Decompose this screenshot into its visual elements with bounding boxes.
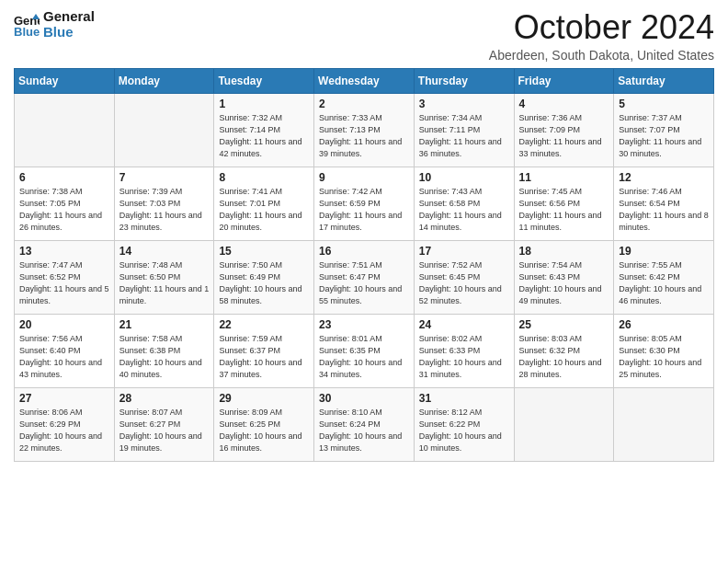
day-cell: 26Sunrise: 8:05 AM Sunset: 6:30 PM Dayli… [614,314,714,387]
logo-general: General [43,9,95,25]
day-info: Sunrise: 7:48 AM Sunset: 6:50 PM Dayligh… [119,259,210,307]
day-info: Sunrise: 7:36 AM Sunset: 7:09 PM Dayligh… [519,112,609,160]
day-cell: 20Sunrise: 7:56 AM Sunset: 6:40 PM Dayli… [15,314,115,387]
svg-text:Blue: Blue [14,25,40,38]
week-row-1: 1Sunrise: 7:32 AM Sunset: 7:14 PM Daylig… [15,93,714,167]
day-cell: 21Sunrise: 7:58 AM Sunset: 6:38 PM Dayli… [114,314,214,387]
week-row-2: 6Sunrise: 7:38 AM Sunset: 7:05 PM Daylig… [15,167,714,240]
day-number: 23 [319,318,409,331]
day-cell: 14Sunrise: 7:48 AM Sunset: 6:50 PM Dayli… [114,240,214,314]
day-info: Sunrise: 7:42 AM Sunset: 6:59 PM Dayligh… [319,186,409,234]
day-number: 25 [519,318,609,331]
day-number: 6 [19,171,109,184]
day-info: Sunrise: 7:52 AM Sunset: 6:45 PM Dayligh… [419,259,509,307]
col-header-monday: Monday [114,68,214,93]
day-info: Sunrise: 7:55 AM Sunset: 6:42 PM Dayligh… [619,259,709,307]
day-cell: 6Sunrise: 7:38 AM Sunset: 7:05 PM Daylig… [15,167,115,240]
day-cell: 16Sunrise: 7:51 AM Sunset: 6:47 PM Dayli… [314,240,415,314]
day-number: 9 [319,171,409,184]
calendar-table: SundayMondayTuesdayWednesdayThursdayFrid… [14,68,714,462]
day-cell: 29Sunrise: 8:09 AM Sunset: 6:25 PM Dayli… [214,387,314,461]
day-cell: 4Sunrise: 7:36 AM Sunset: 7:09 PM Daylig… [514,93,614,167]
day-cell: 28Sunrise: 8:07 AM Sunset: 6:27 PM Dayli… [114,387,214,461]
day-cell [114,93,214,167]
week-row-5: 27Sunrise: 8:06 AM Sunset: 6:29 PM Dayli… [15,387,714,461]
day-cell: 7Sunrise: 7:39 AM Sunset: 7:03 PM Daylig… [114,167,214,240]
day-cell: 17Sunrise: 7:52 AM Sunset: 6:45 PM Dayli… [414,240,514,314]
day-info: Sunrise: 7:34 AM Sunset: 7:11 PM Dayligh… [419,112,509,160]
day-number: 12 [619,171,709,184]
day-cell: 2Sunrise: 7:33 AM Sunset: 7:13 PM Daylig… [314,93,415,167]
day-number: 19 [619,245,709,258]
day-info: Sunrise: 7:59 AM Sunset: 6:37 PM Dayligh… [219,333,309,381]
col-header-saturday: Saturday [614,68,714,93]
day-info: Sunrise: 7:54 AM Sunset: 6:43 PM Dayligh… [519,259,609,307]
day-number: 26 [619,318,709,331]
day-cell: 23Sunrise: 8:01 AM Sunset: 6:35 PM Dayli… [314,314,415,387]
day-number: 10 [419,171,509,184]
day-info: Sunrise: 7:39 AM Sunset: 7:03 PM Dayligh… [119,186,210,234]
day-number: 3 [419,98,509,110]
day-number: 18 [519,245,609,258]
logo-icon: General Blue [14,12,40,38]
day-info: Sunrise: 8:06 AM Sunset: 6:29 PM Dayligh… [19,407,109,454]
day-cell: 12Sunrise: 7:46 AM Sunset: 6:54 PM Dayli… [614,167,714,240]
day-info: Sunrise: 7:46 AM Sunset: 6:54 PM Dayligh… [619,186,709,234]
day-cell: 27Sunrise: 8:06 AM Sunset: 6:29 PM Dayli… [15,387,115,461]
day-number: 27 [19,392,109,405]
day-cell: 3Sunrise: 7:34 AM Sunset: 7:11 PM Daylig… [414,93,514,167]
day-info: Sunrise: 8:05 AM Sunset: 6:30 PM Dayligh… [619,333,709,381]
day-info: Sunrise: 8:07 AM Sunset: 6:27 PM Dayligh… [119,407,210,454]
header-row: SundayMondayTuesdayWednesdayThursdayFrid… [15,68,714,93]
day-number: 21 [119,318,210,331]
col-header-sunday: Sunday [15,68,115,93]
day-info: Sunrise: 7:41 AM Sunset: 7:01 PM Dayligh… [219,186,309,234]
day-info: Sunrise: 8:03 AM Sunset: 6:32 PM Dayligh… [519,333,609,381]
day-cell [15,93,115,167]
day-info: Sunrise: 7:47 AM Sunset: 6:52 PM Dayligh… [19,259,109,307]
day-info: Sunrise: 7:58 AM Sunset: 6:38 PM Dayligh… [119,333,210,381]
day-number: 20 [19,318,109,331]
col-header-tuesday: Tuesday [214,68,314,93]
day-number: 16 [319,245,409,258]
logo: General Blue General Blue [14,9,95,40]
day-number: 30 [319,392,409,405]
day-info: Sunrise: 7:43 AM Sunset: 6:58 PM Dayligh… [419,186,509,234]
day-cell: 30Sunrise: 8:10 AM Sunset: 6:24 PM Dayli… [314,387,415,461]
day-info: Sunrise: 7:50 AM Sunset: 6:49 PM Dayligh… [219,259,309,307]
day-cell: 9Sunrise: 7:42 AM Sunset: 6:59 PM Daylig… [314,167,415,240]
day-number: 29 [219,392,309,405]
day-cell: 1Sunrise: 7:32 AM Sunset: 7:14 PM Daylig… [214,93,314,167]
day-number: 28 [119,392,210,405]
calendar-subtitle: Aberdeen, South Dakota, United States [489,48,714,63]
day-info: Sunrise: 8:10 AM Sunset: 6:24 PM Dayligh… [319,407,409,454]
day-cell: 31Sunrise: 8:12 AM Sunset: 6:22 PM Dayli… [414,387,514,461]
day-number: 11 [519,171,609,184]
calendar-title: October 2024 [489,9,714,46]
day-cell: 8Sunrise: 7:41 AM Sunset: 7:01 PM Daylig… [214,167,314,240]
day-number: 22 [219,318,309,331]
day-number: 2 [319,98,409,110]
logo-blue: Blue [43,25,95,40]
day-cell: 11Sunrise: 7:45 AM Sunset: 6:56 PM Dayli… [514,167,614,240]
col-header-thursday: Thursday [414,68,514,93]
day-number: 14 [119,245,210,258]
day-info: Sunrise: 7:37 AM Sunset: 7:07 PM Dayligh… [619,112,709,160]
week-row-3: 13Sunrise: 7:47 AM Sunset: 6:52 PM Dayli… [15,240,714,314]
day-number: 13 [19,245,109,258]
day-info: Sunrise: 8:12 AM Sunset: 6:22 PM Dayligh… [419,407,509,454]
day-number: 7 [119,171,210,184]
day-number: 8 [219,171,309,184]
col-header-wednesday: Wednesday [314,68,415,93]
week-row-4: 20Sunrise: 7:56 AM Sunset: 6:40 PM Dayli… [15,314,714,387]
title-block: October 2024 Aberdeen, South Dakota, Uni… [489,9,714,63]
day-info: Sunrise: 7:51 AM Sunset: 6:47 PM Dayligh… [319,259,409,307]
calendar-page: General Blue General Blue October 2024 A… [0,0,728,563]
day-info: Sunrise: 7:38 AM Sunset: 7:05 PM Dayligh… [19,186,109,234]
col-header-friday: Friday [514,68,614,93]
day-number: 1 [219,98,309,110]
day-number: 4 [519,98,609,110]
day-cell: 24Sunrise: 8:02 AM Sunset: 6:33 PM Dayli… [414,314,514,387]
day-number: 17 [419,245,509,258]
day-cell [514,387,614,461]
